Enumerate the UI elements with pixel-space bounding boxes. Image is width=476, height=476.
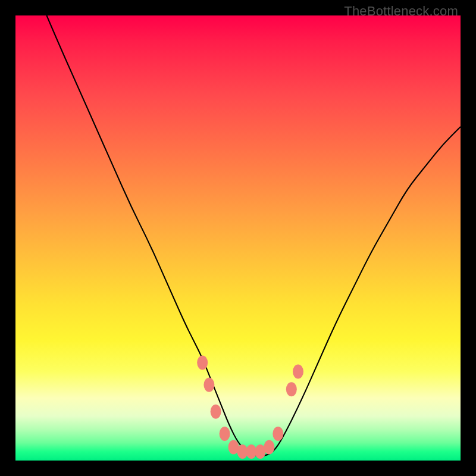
curve-marker	[211, 405, 221, 419]
curve-marker	[293, 364, 303, 378]
plot-area	[15, 15, 461, 461]
chart-frame: TheBottleneck.com	[0, 0, 476, 476]
curve-svg	[15, 15, 461, 461]
curve-marker	[286, 382, 297, 396]
marker-group	[197, 355, 303, 459]
bottleneck-curve	[46, 15, 461, 456]
curve-marker	[197, 355, 208, 369]
curve-marker	[220, 427, 230, 441]
curve-marker	[273, 427, 283, 441]
curve-marker	[203, 378, 214, 392]
credit-label: TheBottleneck.com	[344, 4, 458, 19]
curve-marker	[264, 440, 274, 455]
